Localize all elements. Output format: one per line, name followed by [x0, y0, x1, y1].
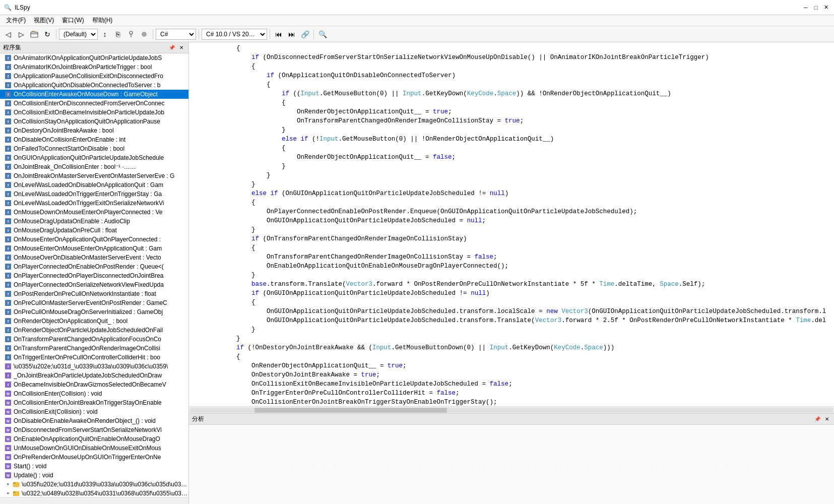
tree-item-11[interactable]: f OnGUIOnApplicationQuitOnParticleUpdate… [0, 153, 188, 162]
field-icon: f [4, 117, 12, 125]
language-dropdown[interactable]: C# [156, 29, 196, 40]
tree-item-1[interactable]: f OnAnimatorIKOnJointBreakOnParticleTrig… [0, 62, 188, 72]
assembly-dropdown[interactable]: (Default) [59, 29, 98, 40]
menu-help[interactable]: 帮助(H) [88, 15, 117, 26]
bottom-close-button[interactable]: ✕ [823, 415, 831, 423]
svg-text:f: f [8, 147, 9, 151]
tree-item-label: Update() : void [14, 472, 53, 479]
menu-file[interactable]: 文件(F) [2, 15, 30, 26]
field-icon: f [4, 317, 12, 325]
open-button[interactable] [28, 28, 40, 40]
decompile-button[interactable]: ◎ [138, 28, 150, 40]
tree-item-38[interactable]: M OnCollisionEnterOnJointBreakOnTriggerS… [0, 398, 188, 407]
tree-item-22[interactable]: f OnMouseOverOnDisableOnMasterServerEven… [0, 253, 188, 262]
code-content: } [189, 226, 258, 235]
svg-text:f: f [8, 219, 9, 224]
refresh-button[interactable]: ↻ [41, 28, 53, 40]
tree-item-18[interactable]: f OnMouseDragUpdataOnEnable : AudioClip [0, 217, 188, 226]
back-button[interactable]: ◁ [2, 28, 14, 40]
tree-item-40[interactable]: M OnDisableOnEnableAwakeOnRenderObject_(… [0, 416, 188, 425]
tree-item-27[interactable]: f OnPreCullOnMasterServerEventOnPostRend… [0, 298, 188, 307]
code-hscroll[interactable] [189, 406, 834, 413]
close-button[interactable]: ✕ [822, 4, 830, 12]
tree-item-36[interactable]: f OnBecameInvisibleOnDrawGizmosSelectedO… [0, 380, 188, 389]
lang-version-dropdown[interactable]: C# 10.0 / VS 20… [202, 29, 267, 40]
tree-item-label: OnCollisionStayOnApplicationQuitOnApplic… [14, 118, 160, 125]
code-line-5: if ((Input.GetMouseButton(0) || Input.Ge… [189, 90, 834, 99]
tree-item-42[interactable]: M OnEnableOnApplicationQuitOnEnableOnMou… [0, 434, 188, 444]
menu-window[interactable]: 窗口(W) [58, 15, 88, 26]
tree-item-6[interactable]: f OnCollisionExitOnBecameInvisibleOnPart… [0, 108, 188, 117]
tree-item-5[interactable]: f OnCollisionEnterOnDisconnectedFromServ… [0, 99, 188, 108]
tree-item-30[interactable]: f OnRenderObjectOnParticleUpdateJobSched… [0, 326, 188, 335]
tree-item-16[interactable]: f OnLevelWasLoadedOnTriggerExitOnSeriali… [0, 199, 188, 208]
tree-item-39[interactable]: M OnCollisionExit(Collision) : void [0, 407, 188, 416]
tree-item-label: OnGUIOnApplicationQuitOnParticleUpdateJo… [14, 154, 164, 161]
tree-item-20[interactable]: f OnMouseEnterOnApplicationQuitOnPlayerC… [0, 235, 188, 244]
code-content: { [189, 99, 288, 108]
tree-item-28[interactable]: f OnPreCullOnMouseDragOnServerInitialize… [0, 307, 188, 317]
close-panel-button[interactable]: ✕ [177, 44, 185, 52]
link-button[interactable]: 🔗 [299, 28, 311, 40]
svg-text:f: f [8, 237, 9, 242]
sort-button[interactable]: ↕ [99, 28, 111, 40]
toolbar-sep-3 [199, 29, 199, 39]
tree-item-9[interactable]: f OnDisableOnCollisionEnterOnEnable : in… [0, 135, 188, 144]
tree-item-14[interactable]: f OnLevelWasLoadedOnDisableOnApplication… [0, 180, 188, 190]
tree-container[interactable]: f OnAnimatorIKOnApplicationQuitOnParticl… [0, 53, 188, 497]
bottom-pin-button[interactable]: 📌 [813, 415, 821, 423]
tree-item-35[interactable]: f _OnJointBreakOnParticleUpdateJobSchedu… [0, 371, 188, 380]
code-line-9: } [189, 126, 834, 135]
tree-item-19[interactable]: f OnMouseDragUpdataOnPreCull : float [0, 226, 188, 235]
tree-item-12[interactable]: f OnJointBreak_OnCollisionEnter : bool⁻¹… [0, 162, 188, 171]
forward-button[interactable]: ▷ [15, 28, 27, 40]
maximize-button[interactable]: □ [812, 4, 820, 12]
pin-button[interactable] [125, 28, 137, 40]
tree-item-13[interactable]: f OnJointBreakOnMasterServerEventOnMaste… [0, 171, 188, 180]
tree-item-17[interactable]: f OnMouseDownOnMouseEnterOnPlayerConnect… [0, 208, 188, 217]
tree-item-10[interactable]: f OnFailedToConnectStartOnDisable : bool [0, 144, 188, 153]
tree-item-25[interactable]: f OnPlayerConnectedOnSerializeNetworkVie… [0, 280, 188, 289]
tree-item-4[interactable]: f OnCollisionEnterAwakeOnMouseDown : Gam… [0, 90, 188, 99]
svg-text:f: f [8, 119, 9, 124]
code-line-30: OnGUIOnApplicationQuitOnParticleUpdateJo… [189, 317, 834, 326]
tree-item-21[interactable]: f OnMouseEnterOnMouseEnterOnApplicationQ… [0, 244, 188, 253]
code-area[interactable]: { if (OnDisconnectedFromServerStartOnSer… [189, 42, 834, 406]
tree-item-26[interactable]: f OnPostRenderOnPreCullOnNetworkInstanti… [0, 289, 188, 298]
tree-item-15[interactable]: f OnLevelWasLoadedOnTriggerEnterOnTrigge… [0, 190, 188, 199]
tree-item-33[interactable]: f OnTriggerEnterOnPreCullOnControllerCol… [0, 353, 188, 362]
tree-item-48[interactable]: + \u0322;\u0489\u0328\u0354\u0331\u0368\… [0, 489, 188, 497]
copy-button[interactable]: ⎘ [112, 28, 124, 40]
tree-item-37[interactable]: M OnCollisionEnter(Collision) : void [0, 389, 188, 398]
search-button[interactable]: 🔍 [316, 28, 329, 40]
nav-next-button[interactable]: ⏭ [286, 28, 298, 40]
left-hscroll[interactable] [0, 497, 188, 504]
tree-item-32[interactable]: f OnTransformParentChangedOnRenderImageO… [0, 344, 188, 353]
tree-item-45[interactable]: M Start() : void [0, 462, 188, 471]
tree-item-46[interactable]: M Update() : void [0, 471, 188, 480]
field-icon: f [4, 72, 12, 80]
svg-text:f: f [8, 246, 9, 251]
tree-item-29[interactable]: f OnRenderObjectOnApplicationQuit_ : boo… [0, 317, 188, 326]
tree-item-31[interactable]: f OnTransformParentChangedOnApplicationF… [0, 335, 188, 344]
tree-item-8[interactable]: f OnDestoryOnJointBreakAwake : bool [0, 126, 188, 135]
tree-item-41[interactable]: M OnDisconnectedFromServerStartOnSeriali… [0, 425, 188, 434]
field-icon: f [4, 127, 12, 135]
tree-item-label: OnApplicationPauseOnCollisionExitOnDisco… [14, 73, 163, 80]
tree-item-2[interactable]: f OnApplicationPauseOnCollisionExitOnDis… [0, 72, 188, 81]
tree-item-3[interactable]: f OnApplicationQuitOnDisableOnConnectedT… [0, 81, 188, 90]
tree-item-44[interactable]: M OnPreRenderOnMouseUpOnGUIOnTriggerEnte… [0, 453, 188, 462]
tree-item-0[interactable]: f OnAnimatorIKOnApplicationQuitOnParticl… [0, 53, 188, 62]
minimize-button[interactable]: ─ [802, 4, 810, 12]
tree-item-24[interactable]: f OnPlayerConnectedOnPlayerDisconnectedO… [0, 271, 188, 280]
tree-item-7[interactable]: f OnCollisionStayOnApplicationQuitOnAppl… [0, 117, 188, 126]
menu-view[interactable]: 视图(V) [30, 15, 58, 26]
nav-prev-button[interactable]: ⏮ [273, 28, 285, 40]
tree-item-47[interactable]: + \u035f\u202e;\u031d\u0339\u033a\u0309\… [0, 480, 188, 489]
code-content: OnTransformParentChangedOnRenderImageOnC… [189, 253, 499, 262]
tree-item-43[interactable]: M UnMouseDownOnGUIOnDisableOnMouseExitOn… [0, 444, 188, 453]
pin-panel-button[interactable]: 📌 [168, 44, 176, 52]
svg-text:M: M [7, 465, 10, 468]
tree-item-23[interactable]: f OnPlayerConnectedOnEnableOnPostRender … [0, 262, 188, 271]
tree-item-34[interactable]: f \u0355\u202e;\u031d_\u0339\u033a\u0309… [0, 362, 188, 371]
